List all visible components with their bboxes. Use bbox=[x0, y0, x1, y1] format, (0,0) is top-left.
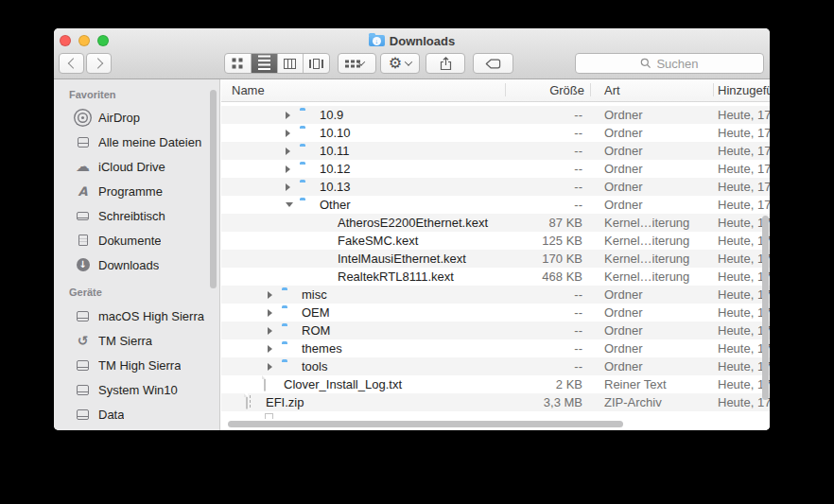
chevron-down-icon bbox=[405, 58, 412, 65]
list-row[interactable]: Clover_Install_Log.txt2 KBReiner TextHeu… bbox=[221, 375, 770, 393]
view-switcher bbox=[224, 53, 330, 74]
sidebar-item-label: macOS High Sierra bbox=[98, 309, 204, 323]
coverflow-view-button[interactable] bbox=[304, 54, 329, 73]
row-kind: Ordner bbox=[604, 178, 642, 196]
disclosure-triangle-collapsed[interactable] bbox=[286, 148, 290, 155]
tag-button[interactable] bbox=[473, 53, 513, 74]
list-view-button[interactable] bbox=[252, 54, 278, 73]
list-row[interactable]: tools--OrdnerHeute, 17 bbox=[221, 357, 770, 375]
chevron-right-icon bbox=[92, 58, 102, 68]
minimize-button[interactable] bbox=[78, 35, 90, 46]
column-divider[interactable] bbox=[505, 83, 506, 96]
applications-icon bbox=[74, 182, 92, 200]
disclosure-triangle-collapsed[interactable] bbox=[268, 363, 272, 371]
row-date-added: Heute, 17 bbox=[718, 196, 770, 214]
row-date-added: Heute, 17 bbox=[718, 142, 770, 160]
sidebar-item-airdrop[interactable]: AirDrop bbox=[54, 105, 216, 130]
row-size: -- bbox=[505, 196, 582, 214]
row-name: 10.11 bbox=[320, 142, 350, 160]
disclosure-triangle-collapsed[interactable] bbox=[286, 165, 290, 173]
icon-view-button[interactable] bbox=[225, 54, 252, 73]
sidebar-section-devices: Geräte bbox=[69, 287, 102, 298]
row-kind: Ordner bbox=[604, 357, 642, 375]
disclosure-triangle-collapsed[interactable] bbox=[286, 112, 290, 119]
sidebar-item-icloud-drive[interactable]: iCloud Drive bbox=[54, 154, 216, 179]
list-row[interactable]: Other--OrdnerHeute, 17 bbox=[221, 196, 770, 214]
list-row[interactable]: FakeSMC.kext125 KBKernel…iterungHeute, 1… bbox=[221, 232, 770, 250]
row-name: Other bbox=[320, 196, 351, 214]
list-row[interactable]: RealtekRTL8111.kext468 KBKernel…iterungH… bbox=[221, 268, 770, 286]
row-size: 125 KB bbox=[505, 232, 582, 250]
row-size: -- bbox=[505, 178, 582, 196]
finder-window: Downloads ⚙ bbox=[54, 28, 770, 430]
zip-file-icon bbox=[246, 393, 248, 409]
zoom-button[interactable] bbox=[97, 35, 109, 46]
list-row[interactable]: 10.11--OrdnerHeute, 17 bbox=[221, 142, 770, 160]
disclosure-triangle-expanded[interactable] bbox=[286, 202, 293, 207]
column-view-button[interactable] bbox=[278, 54, 304, 73]
search-placeholder: Suchen bbox=[656, 57, 698, 71]
sidebar-item-tm-high-sierra[interactable]: TM High Sierra bbox=[54, 353, 216, 377]
action-button[interactable]: ⚙ bbox=[380, 53, 420, 74]
row-kind: Ordner bbox=[604, 339, 642, 357]
list-row[interactable]: 10.9--OrdnerHeute, 17 bbox=[221, 106, 770, 124]
row-kind: Ordner bbox=[604, 142, 642, 160]
list-row[interactable]: misc--OrdnerHeute, 17 bbox=[221, 286, 770, 304]
sidebar-item-data[interactable]: Data bbox=[54, 402, 216, 426]
sidebar-item-system-win10[interactable]: System Win10 bbox=[54, 377, 216, 402]
window-title-text: Downloads bbox=[390, 34, 455, 48]
close-button[interactable] bbox=[60, 35, 71, 46]
list-row[interactable]: 10.13--OrdnerHeute, 17 bbox=[221, 178, 770, 196]
chevron-down-icon bbox=[356, 58, 364, 65]
column-header-name[interactable]: Name bbox=[232, 79, 265, 101]
list-row[interactable]: AtherosE2200Ethernet.kext87 KBKernel…ite… bbox=[221, 214, 770, 232]
forward-button[interactable] bbox=[86, 53, 112, 74]
disclosure-triangle-collapsed[interactable] bbox=[268, 327, 272, 335]
disclosure-triangle-collapsed[interactable] bbox=[286, 183, 290, 191]
list-row[interactable]: ROM--OrdnerHeute, 17 bbox=[221, 322, 770, 339]
vertical-scrollbar[interactable] bbox=[762, 216, 769, 400]
row-kind: Kernel…iterung bbox=[604, 250, 689, 268]
sidebar-item-programme[interactable]: Programme bbox=[54, 179, 216, 203]
sidebar-item-downloads[interactable]: Downloads bbox=[54, 252, 216, 277]
row-kind: ZIP-Archiv bbox=[604, 393, 662, 411]
back-button[interactable] bbox=[59, 53, 84, 74]
column-header-size[interactable]: Größe bbox=[505, 79, 584, 101]
row-name: 10.9 bbox=[320, 106, 343, 124]
sidebar-item-schreibtisch[interactable]: Schreibtisch bbox=[54, 203, 216, 228]
sidebar-item-dokumente[interactable]: Dokumente bbox=[54, 228, 216, 252]
row-name: ROM bbox=[302, 322, 330, 339]
list-row[interactable]: EFI.zip3,3 MBZIP-ArchivHeute, 17 bbox=[221, 393, 770, 411]
group-button[interactable] bbox=[338, 53, 376, 74]
column-header-kind[interactable]: Art bbox=[604, 79, 620, 101]
row-date-added: Heute, 17 bbox=[718, 178, 770, 196]
row-kind: Kernel…iterung bbox=[604, 268, 689, 286]
column-divider[interactable] bbox=[590, 83, 591, 96]
sidebar: Favoriten AirDropAlle meine DateieniClou… bbox=[54, 79, 220, 430]
disclosure-triangle-collapsed[interactable] bbox=[268, 345, 272, 353]
sidebar-item-alle-meine-dateien[interactable]: Alle meine Dateien bbox=[54, 130, 216, 154]
sidebar-item-label: TM Sierra bbox=[98, 334, 152, 348]
sidebar-item-tm-sierra[interactable]: TM Sierra bbox=[54, 328, 216, 353]
disclosure-triangle-collapsed[interactable] bbox=[268, 309, 272, 317]
sidebar-item-macos-high-sierra[interactable]: macOS High Sierra bbox=[54, 304, 216, 328]
search-input[interactable]: Suchen bbox=[575, 53, 764, 74]
row-size: -- bbox=[505, 357, 582, 375]
disclosure-triangle-collapsed[interactable] bbox=[268, 291, 272, 299]
list-row[interactable]: OEM--OrdnerHeute, 17 bbox=[221, 304, 770, 322]
list-row[interactable]: themes--OrdnerHeute, 17 bbox=[221, 339, 770, 357]
column-header-added[interactable]: Hinzugefü bbox=[718, 79, 770, 101]
sidebar-item-label: Schreibtisch bbox=[98, 209, 165, 223]
grid-view-icon bbox=[233, 59, 236, 62]
share-button[interactable] bbox=[426, 53, 465, 74]
hdd-icon bbox=[74, 356, 92, 374]
list-row[interactable]: 10.10--OrdnerHeute, 17 bbox=[221, 124, 770, 142]
sidebar-scrollbar[interactable] bbox=[210, 90, 217, 288]
list-row[interactable]: 10.12--OrdnerHeute, 17 bbox=[221, 160, 770, 178]
list-row[interactable]: IntelMausiEthernet.kext170 KBKernel…iter… bbox=[221, 250, 770, 268]
row-name: EFI.zip bbox=[266, 393, 304, 411]
downloads-folder-icon bbox=[369, 35, 385, 46]
disclosure-triangle-collapsed[interactable] bbox=[286, 130, 290, 137]
column-divider[interactable] bbox=[713, 83, 714, 96]
horizontal-scrollbar[interactable] bbox=[228, 421, 623, 427]
